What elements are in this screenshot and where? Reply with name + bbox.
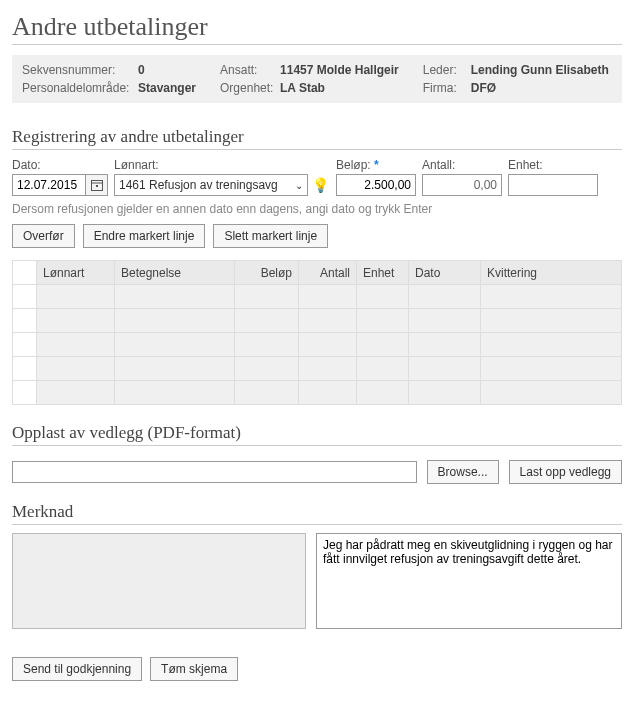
ansatt-value: 11457 Molde Hallgeir <box>280 63 399 77</box>
belop-label: Beløp: * <box>336 158 416 172</box>
calendar-icon[interactable] <box>86 174 108 196</box>
col-belop: Beløp <box>235 261 299 285</box>
enhet-input <box>508 174 598 196</box>
lines-table: Lønnart Betegnelse Beløp Antall Enhet Da… <box>12 260 622 405</box>
orgenhet-label: Orgenhet: <box>220 81 272 95</box>
col-antall: Antall <box>299 261 357 285</box>
lonnart-select[interactable]: 1461 Refusjon av treningsavg ⌄ <box>114 174 308 196</box>
form-hint: Dersom refusjonen gjelder en annen dato … <box>12 202 622 216</box>
lonnart-label: Lønnart: <box>114 158 330 172</box>
col-lonnart: Lønnart <box>37 261 115 285</box>
table-row[interactable] <box>13 381 622 405</box>
merknad-textarea[interactable] <box>316 533 622 629</box>
personalomrade-value: Stavanger <box>138 81 196 95</box>
belop-input[interactable] <box>336 174 416 196</box>
section-form-title: Registrering av andre utbetalinger <box>12 127 622 150</box>
lightbulb-icon[interactable]: 💡 <box>310 175 330 195</box>
entry-form-row: Dato: Lønnart: 1461 Refusjon av trenings… <box>12 158 622 196</box>
endre-linje-button[interactable]: Endre markert linje <box>83 224 206 248</box>
leder-label: Leder: <box>423 63 463 77</box>
col-betegnelse: Betegnelse <box>115 261 235 285</box>
info-block: Sekvensnummer: 0 Personaldelområde: Stav… <box>12 55 622 103</box>
overfor-button[interactable]: Overfør <box>12 224 75 248</box>
merknad-readonly <box>12 533 306 629</box>
upload-path-input[interactable] <box>12 461 417 483</box>
svg-rect-2 <box>96 185 98 187</box>
antall-input <box>422 174 502 196</box>
dato-input[interactable] <box>12 174 86 196</box>
enhet-label: Enhet: <box>508 158 598 172</box>
section-merknad-title: Merknad <box>12 502 622 525</box>
section-upload-title: Opplast av vedlegg (PDF-format) <box>12 423 622 446</box>
firma-label: Firma: <box>423 81 463 95</box>
dato-label: Dato: <box>12 158 108 172</box>
page-title: Andre utbetalinger <box>12 12 622 45</box>
tom-skjema-button[interactable]: Tøm skjema <box>150 657 238 681</box>
col-dato: Dato <box>409 261 481 285</box>
personalomrade-label: Personaldelområde: <box>22 81 130 95</box>
col-enhet: Enhet <box>357 261 409 285</box>
sekvensnummer-label: Sekvensnummer: <box>22 63 130 77</box>
table-row[interactable] <box>13 285 622 309</box>
table-row[interactable] <box>13 309 622 333</box>
antall-label: Antall: <box>422 158 502 172</box>
leder-value: Lending Gunn Elisabeth <box>471 63 609 77</box>
lonnart-selected: 1461 Refusjon av treningsavg <box>119 178 291 192</box>
orgenhet-value: LA Stab <box>280 81 325 95</box>
browse-button[interactable]: Browse... <box>427 460 499 484</box>
chevron-down-icon: ⌄ <box>291 180 307 191</box>
send-til-godkjenning-button[interactable]: Send til godkjenning <box>12 657 142 681</box>
ansatt-label: Ansatt: <box>220 63 272 77</box>
table-row[interactable] <box>13 357 622 381</box>
table-row[interactable] <box>13 333 622 357</box>
slett-linje-button[interactable]: Slett markert linje <box>213 224 328 248</box>
col-kvittering: Kvittering <box>481 261 622 285</box>
firma-value: DFØ <box>471 81 496 95</box>
upload-button[interactable]: Last opp vedlegg <box>509 460 622 484</box>
sekvensnummer-value: 0 <box>138 63 145 77</box>
